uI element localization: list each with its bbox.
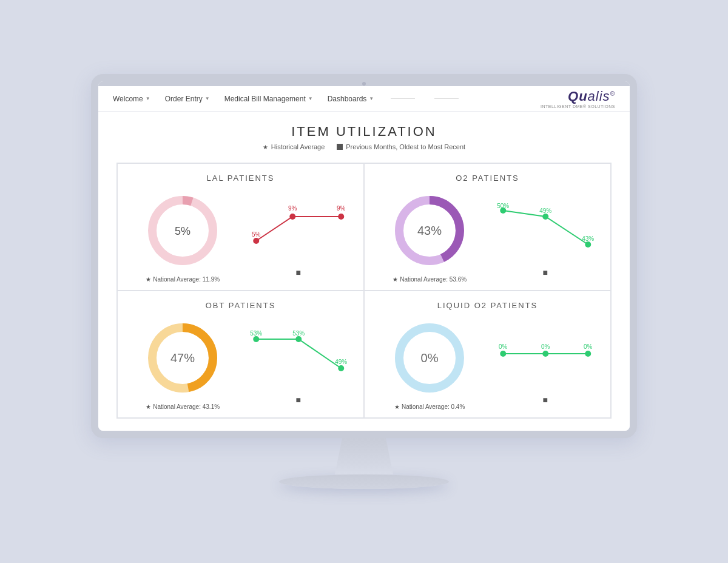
legend-historical-label: Historical Average — [271, 143, 325, 150]
lal-star-icon: ★ — [146, 276, 151, 283]
o2-donut-section: 43% ★ National Average: 53.6% — [372, 191, 488, 283]
svg-point-26 — [338, 365, 344, 371]
quadrant-o2-body: 43% ★ National Average: 53.6% 50% 49% — [372, 191, 603, 283]
legend-previous-label: Previous Months, Oldest to Most Recent — [346, 143, 465, 150]
liquid-o2-legend-square: ■ — [543, 395, 548, 405]
o2-national-avg: ★ National Average: 53.6% — [393, 276, 467, 283]
liquid-o2-chart-bottom: ■ — [543, 395, 548, 405]
obt-star-icon: ★ — [146, 403, 151, 410]
monitor-camera — [362, 82, 366, 86]
monitor-screen: Welcome ▼ Order Entry ▼ Medical Bill Man… — [91, 74, 637, 438]
dashboard-legend: ★ Historical Average Previous Months, Ol… — [116, 143, 612, 150]
lal-donut-section: 5% ★ National Average: 11.9% — [125, 191, 241, 283]
nav-order-entry[interactable]: Order Entry ▼ — [165, 95, 210, 103]
svg-point-15 — [500, 207, 506, 214]
svg-text:0%: 0% — [499, 343, 508, 350]
monitor-neck — [328, 438, 400, 474]
obt-chart-section: 53% 53% 49% ■ — [241, 319, 357, 410]
nav-order-entry-label: Order Entry — [165, 95, 203, 103]
nav-medical-bill-chevron: ▼ — [308, 96, 313, 101]
svg-text:5%: 5% — [252, 231, 261, 238]
svg-text:49%: 49% — [539, 207, 551, 214]
liquid-o2-donut-chart: 0% — [390, 319, 469, 397]
monitor-base — [279, 474, 449, 489]
quadrant-lal: LAL PATIENTS 5% ★ National Average: 11.9… — [117, 163, 364, 291]
svg-text:9%: 9% — [288, 205, 297, 212]
quadrant-o2-title: O2 PATIENTS — [372, 174, 603, 183]
lal-chart-bottom: ■ — [296, 268, 301, 277]
nav-medical-bill-label: Medical Bill Management — [224, 95, 306, 103]
nav-welcome[interactable]: Welcome ▼ — [113, 95, 150, 103]
nav-links: Welcome ▼ Order Entry ▼ Medical Bill Man… — [113, 95, 461, 103]
dashboard-content: ITEM UTILIZATION ★ Historical Average Pr… — [98, 112, 630, 431]
legend-square-icon — [337, 144, 343, 150]
dashboard-title: ITEM UTILIZATION — [116, 124, 612, 140]
legend-star-icon: ★ — [263, 144, 268, 150]
monitor-top-bar — [98, 81, 630, 86]
quadrant-lal-body: 5% ★ National Average: 11.9% 5% 9% — [125, 191, 356, 283]
qualis-brand-name: Qualis® — [568, 89, 615, 104]
lal-legend-square: ■ — [296, 268, 301, 277]
quadrant-obt-body: 47% ★ National Average: 43.1% 53% 53% — [125, 319, 356, 410]
quadrant-obt-title: OBT PATIENTS — [125, 301, 356, 310]
legend-historical: ★ Historical Average — [263, 143, 325, 150]
svg-point-8 — [338, 214, 344, 220]
svg-point-32 — [500, 351, 506, 357]
o2-donut-chart: 43% — [390, 191, 469, 270]
lal-line-chart: 5% 9% 9% — [241, 197, 357, 264]
obt-chart-bottom: ■ — [296, 395, 301, 405]
nav-order-entry-chevron: ▼ — [205, 96, 210, 101]
quadrant-o2: O2 PATIENTS 43% ★ National Average: 53.6… — [364, 163, 611, 291]
o2-legend-square: ■ — [543, 268, 548, 277]
liquid-o2-star-icon: ★ — [394, 403, 400, 410]
obt-line-chart: 53% 53% 49% — [241, 325, 357, 391]
nav-dashboards-label: Dashboards — [328, 95, 367, 103]
quadrant-lal-title: LAL PATIENTS — [125, 174, 356, 183]
obt-national-avg: ★ National Average: 43.1% — [146, 403, 220, 410]
o2-line-chart: 50% 49% 43% — [488, 197, 604, 264]
svg-text:9%: 9% — [337, 205, 346, 212]
nav-welcome-chevron: ▼ — [146, 96, 150, 101]
svg-text:53%: 53% — [250, 330, 262, 337]
obt-donut-chart: 47% — [143, 319, 222, 397]
quadrant-obt: OBT PATIENTS 47% ★ National Average: 43.… — [117, 291, 364, 418]
liquid-o2-chart-section: 0% 0% 0% ■ — [488, 319, 604, 410]
liquid-o2-national-avg: ★ National Average: 0.4% — [394, 403, 465, 410]
svg-point-24 — [253, 336, 259, 342]
legend-previous: Previous Months, Oldest to Most Recent — [337, 143, 465, 150]
svg-point-34 — [585, 351, 591, 357]
svg-text:0%: 0% — [421, 351, 439, 365]
svg-text:53%: 53% — [292, 330, 305, 337]
o2-chart-bottom: ■ — [543, 268, 548, 277]
lal-donut-chart: 5% — [143, 191, 222, 270]
nav-dashboards[interactable]: Dashboards ▼ — [328, 95, 374, 103]
lal-national-avg: ★ National Average: 11.9% — [146, 276, 220, 283]
nav-divider-2 — [434, 98, 459, 99]
liquid-o2-donut-section: 0% ★ National Average: 0.4% — [372, 319, 488, 410]
quadrant-liquid-o2-body: 0% ★ National Average: 0.4% 0% 0% — [372, 319, 603, 410]
liquid-o2-line-chart: 0% 0% 0% — [488, 325, 604, 391]
quadrant-liquid-o2: LIQUID O2 PATIENTS 0% ★ National Average… — [364, 291, 611, 418]
obt-legend-square: ■ — [296, 395, 301, 405]
svg-text:47%: 47% — [170, 351, 195, 365]
svg-text:49%: 49% — [335, 359, 347, 365]
nav-divider-1 — [391, 98, 415, 99]
o2-chart-section: 50% 49% 43% ■ — [488, 191, 604, 283]
svg-point-17 — [585, 241, 591, 248]
svg-point-33 — [542, 351, 548, 357]
nav-dashboards-chevron: ▼ — [369, 96, 374, 101]
svg-text:0%: 0% — [541, 343, 550, 350]
svg-point-6 — [253, 238, 259, 244]
svg-text:5%: 5% — [175, 225, 190, 237]
svg-text:0%: 0% — [584, 343, 593, 350]
qualis-tagline: INTELLIGENT DME® SOLUTIONS — [541, 104, 615, 109]
svg-point-16 — [542, 214, 548, 220]
svg-point-25 — [295, 336, 302, 342]
lal-chart-section: 5% 9% 9% ■ — [241, 191, 357, 283]
nav-medical-bill[interactable]: Medical Bill Management ▼ — [224, 95, 313, 103]
svg-point-7 — [289, 214, 295, 220]
o2-star-icon: ★ — [393, 276, 398, 283]
qualis-logo: Qualis® INTELLIGENT DME® SOLUTIONS — [541, 89, 615, 109]
quadrant-grid: LAL PATIENTS 5% ★ National Average: 11.9… — [116, 163, 612, 419]
quadrant-liquid-o2-title: LIQUID O2 PATIENTS — [372, 301, 603, 310]
